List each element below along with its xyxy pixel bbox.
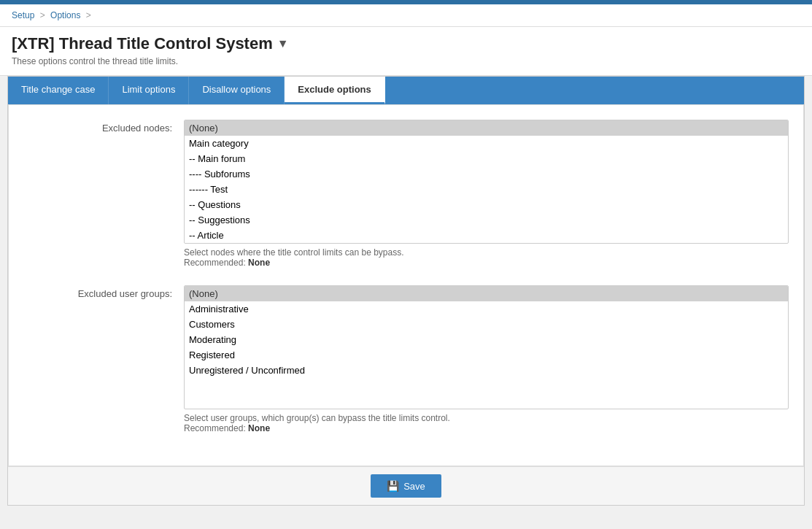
excluded-nodes-field: (None) Main category -- Main forum ---- … (184, 120, 789, 268)
tab-content: Excluded nodes: (None) Main category -- … (8, 104, 804, 466)
page-title: [XTR] Thread Title Control System ▼ (12, 34, 800, 53)
form-footer: 💾 Save (8, 466, 804, 505)
excluded-nodes-row: Excluded nodes: (None) Main category -- … (23, 120, 789, 268)
excluded-user-groups-recommended: None (248, 423, 270, 433)
option-suggestions[interactable]: -- Suggestions (185, 212, 788, 228)
option-article[interactable]: -- Article (185, 228, 788, 243)
option-none[interactable]: (None) (185, 120, 788, 136)
option-subforums[interactable]: ---- Subforums (185, 166, 788, 182)
excluded-user-groups-label: Excluded user groups: (23, 285, 184, 299)
option-registered[interactable]: Registered (185, 347, 788, 363)
save-icon: 💾 (387, 480, 399, 492)
title-dropdown-arrow[interactable]: ▼ (277, 37, 289, 50)
option-test[interactable]: ------ Test (185, 182, 788, 197)
page-wrapper: Setup > Options > [XTR] Thread Title Con… (0, 0, 812, 529)
breadcrumb-sep-2: > (86, 10, 91, 20)
option-main-cat[interactable]: Main category (185, 136, 788, 151)
excluded-user-groups-field: (None) Administrative Customers Moderati… (184, 285, 789, 433)
option-customers[interactable]: Customers (185, 317, 788, 332)
form-section: Excluded nodes: (None) Main category -- … (9, 105, 803, 466)
tab-exclude-options[interactable]: Exclude options (285, 77, 384, 104)
breadcrumb-sep-1: > (40, 10, 45, 20)
option-administrative[interactable]: Administrative (185, 301, 788, 317)
save-button[interactable]: 💾 Save (371, 474, 441, 498)
excluded-user-groups-row: Excluded user groups: (None) Administrat… (23, 285, 789, 433)
excluded-nodes-select[interactable]: (None) Main category -- Main forum ---- … (184, 120, 789, 244)
option-questions[interactable]: -- Questions (185, 197, 788, 212)
page-header: [XTR] Thread Title Control System ▼ Thes… (0, 27, 812, 76)
breadcrumb-options[interactable]: Options (50, 10, 80, 20)
save-button-label: Save (403, 481, 425, 492)
page-subtitle: These options control the thread title l… (12, 56, 800, 66)
excluded-nodes-label: Excluded nodes: (23, 120, 184, 134)
breadcrumb: Setup > Options > (0, 4, 812, 27)
tab-disallow-options[interactable]: Disallow options (189, 77, 285, 104)
page-title-text: [XTR] Thread Title Control System (12, 34, 273, 53)
excluded-user-groups-hint: Select user groups, which group(s) can b… (184, 413, 789, 433)
main-content: Title change case Limit options Disallow… (7, 76, 805, 506)
excluded-nodes-hint: Select nodes where the title control lim… (184, 247, 789, 268)
breadcrumb-setup[interactable]: Setup (12, 10, 34, 20)
option-main-forum[interactable]: -- Main forum (185, 151, 788, 166)
option-ug-none[interactable]: (None) (185, 286, 788, 301)
excluded-user-groups-select[interactable]: (None) Administrative Customers Moderati… (184, 285, 789, 409)
tab-title-change-case[interactable]: Title change case (8, 77, 109, 104)
tab-bar: Title change case Limit options Disallow… (8, 77, 804, 104)
option-unregistered[interactable]: Unregistered / Unconfirmed (185, 363, 788, 378)
tab-limit-options[interactable]: Limit options (109, 77, 189, 104)
excluded-nodes-recommended: None (248, 258, 270, 268)
option-moderating[interactable]: Moderating (185, 332, 788, 347)
